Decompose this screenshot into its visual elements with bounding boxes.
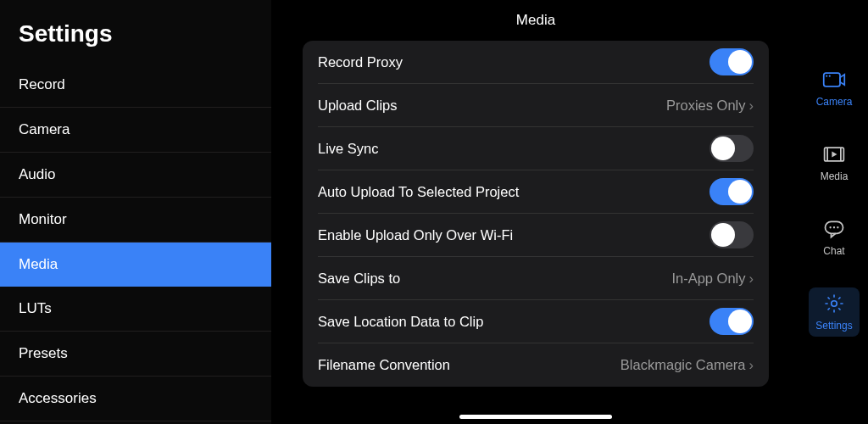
chevron-right-icon: › xyxy=(749,357,754,373)
row-wifi-only: Enable Upload Only Over Wi-Fi xyxy=(318,214,754,257)
sidebar-item-luts[interactable]: LUTs xyxy=(0,287,271,332)
row-live-sync: Live Sync xyxy=(318,127,754,170)
svg-point-2 xyxy=(829,75,831,77)
svg-point-11 xyxy=(832,301,837,307)
sidebar-item-presets[interactable]: Presets xyxy=(0,332,271,377)
row-label: Filename Convention xyxy=(318,357,450,373)
right-navbar: Camera Media xyxy=(800,0,868,424)
nav-settings[interactable]: Settings xyxy=(809,287,860,337)
chat-icon xyxy=(822,218,846,240)
row-value: Proxies Only› xyxy=(666,98,754,114)
sidebar-item-accessories[interactable]: Accessories xyxy=(0,377,271,421)
settings-sidebar: Settings Record Camera Audio Monitor Med… xyxy=(0,0,271,424)
settings-title: Settings xyxy=(0,15,271,63)
nav-label: Camera xyxy=(816,96,853,108)
sidebar-item-label: Accessories xyxy=(19,390,97,406)
chevron-right-icon: › xyxy=(749,98,754,114)
sidebar-item-label: Media xyxy=(19,256,58,272)
sidebar-item-audio[interactable]: Audio xyxy=(0,153,271,198)
sidebar-item-record[interactable]: Record xyxy=(0,63,271,108)
row-save-clips-to[interactable]: Save Clips to In-App Only› xyxy=(318,257,754,300)
svg-point-1 xyxy=(826,75,827,77)
sidebar-item-label: Record xyxy=(19,76,65,92)
sidebar-item-camera[interactable]: Camera xyxy=(0,108,271,153)
sidebar-item-label: Monitor xyxy=(19,211,67,227)
main-panel: Media Record Proxy Upload Clips Proxies … xyxy=(271,0,800,424)
row-value: Blackmagic Camera› xyxy=(620,357,754,373)
toggle-record-proxy[interactable] xyxy=(709,48,754,75)
page-title: Media xyxy=(516,0,555,41)
row-save-location-data: Save Location Data to Clip xyxy=(318,300,754,343)
nav-label: Chat xyxy=(823,245,844,257)
row-upload-clips[interactable]: Upload Clips Proxies Only› xyxy=(318,84,754,127)
nav-label: Media xyxy=(821,170,849,182)
row-label: Auto Upload To Selected Project xyxy=(318,184,519,200)
nav-label: Settings xyxy=(815,320,852,332)
row-label: Save Location Data to Clip xyxy=(318,314,483,330)
toggle-auto-upload[interactable] xyxy=(709,178,754,205)
row-label: Upload Clips xyxy=(318,98,398,114)
row-label: Save Clips to xyxy=(318,271,400,287)
row-record-proxy: Record Proxy xyxy=(318,41,754,84)
home-indicator xyxy=(459,415,612,419)
svg-rect-0 xyxy=(824,73,840,86)
toggle-wifi-only[interactable] xyxy=(709,221,754,248)
svg-point-8 xyxy=(829,226,831,228)
gear-icon xyxy=(822,293,846,315)
sidebar-item-label: LUTs xyxy=(19,300,52,316)
svg-point-10 xyxy=(837,226,838,228)
nav-media[interactable]: Media xyxy=(809,138,860,187)
sidebar-item-media[interactable]: Media xyxy=(0,243,271,287)
camera-icon xyxy=(822,69,846,91)
svg-point-9 xyxy=(833,226,835,228)
row-label: Live Sync xyxy=(318,141,379,157)
chevron-right-icon: › xyxy=(749,271,754,287)
sidebar-item-monitor[interactable]: Monitor xyxy=(0,198,271,243)
sidebar-item-label: Camera xyxy=(19,121,70,137)
nav-camera[interactable]: Camera xyxy=(809,64,860,113)
toggle-save-location-data[interactable] xyxy=(709,308,754,335)
row-filename-convention[interactable]: Filename Convention Blackmagic Camera› xyxy=(318,343,754,387)
sidebar-item-label: Audio xyxy=(19,166,55,182)
nav-chat[interactable]: Chat xyxy=(809,213,860,262)
settings-panel: Record Proxy Upload Clips Proxies Only› … xyxy=(303,41,769,387)
row-label: Enable Upload Only Over Wi-Fi xyxy=(318,227,513,243)
sidebar-item-label: Presets xyxy=(19,345,68,361)
row-value: In-App Only› xyxy=(671,271,754,287)
toggle-live-sync[interactable] xyxy=(709,135,754,162)
row-label: Record Proxy xyxy=(318,54,403,70)
row-auto-upload: Auto Upload To Selected Project xyxy=(318,170,754,214)
media-icon xyxy=(822,143,846,165)
svg-marker-6 xyxy=(832,152,837,158)
